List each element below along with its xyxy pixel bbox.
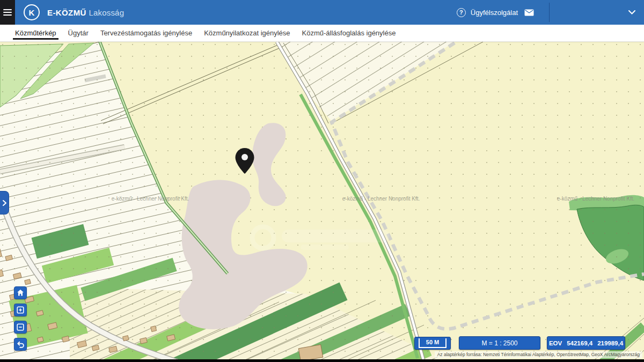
chevron-down-icon[interactable] bbox=[628, 10, 635, 14]
app-title: E-KÖZMŰ Lakosság bbox=[47, 8, 124, 17]
scale-bar-label: 50 M bbox=[419, 338, 447, 348]
tab-tervezestamogatas[interactable]: Tervezéstámogatás igénylése bbox=[94, 25, 198, 41]
zoom-in-icon bbox=[17, 306, 24, 314]
coord-northing: 219989,4 bbox=[597, 340, 623, 346]
zoom-out-button[interactable] bbox=[14, 321, 27, 334]
hamburger-menu-button[interactable] bbox=[0, 0, 15, 25]
header-right-cluster: ? Ügyfélszolgálat bbox=[457, 0, 644, 25]
map-attribution: Az alaptérkép forrása: Nemzeti Térinform… bbox=[435, 351, 642, 358]
map-watermark: e-közmű - Lechner Nonprofit Kft. bbox=[342, 196, 420, 202]
zoom-in-button[interactable] bbox=[14, 304, 27, 316]
help-icon[interactable]: ? bbox=[457, 8, 466, 17]
app-logo-letter: K bbox=[29, 8, 35, 17]
app-logo: K bbox=[24, 4, 40, 20]
ekozmu-app: K E-KÖZMŰ Lakosság ? Ügyfélszolgálat bbox=[0, 0, 644, 362]
undo-extent-button[interactable] bbox=[14, 338, 27, 351]
tab-kozmu-allasfoglalas[interactable]: Közmű-állásfoglalás igénylése bbox=[296, 25, 402, 41]
map-canvas[interactable]: e-közmű - Lechner Nonprofit Kft. e-közmű… bbox=[0, 42, 644, 362]
support-link[interactable]: Ügyfélszolgálat bbox=[471, 9, 518, 17]
brand-suffix: Lakosság bbox=[89, 8, 124, 17]
tab-ugytar[interactable]: Ügytár bbox=[62, 25, 94, 41]
map-watermark: e-közmű - Lechner Nonprofit Kft. bbox=[557, 196, 635, 202]
header-divider bbox=[549, 3, 550, 22]
map-scale-ratio[interactable]: M = 1 : 2500 bbox=[459, 336, 540, 350]
top-bar: K E-KÖZMŰ Lakosság ? Ügyfélszolgálat bbox=[0, 0, 644, 25]
tab-kozmuterkep[interactable]: Közműtérkép bbox=[9, 25, 62, 41]
map-viewport: e-közmű - Lechner Nonprofit Kft. e-közmű… bbox=[0, 42, 644, 362]
main-nav-tabs: Közműtérkép Ügytár Tervezéstámogatás igé… bbox=[0, 25, 644, 42]
hamburger-icon bbox=[3, 8, 12, 17]
bottom-letterbox-bar bbox=[0, 359, 644, 362]
sidebar-expand-button[interactable] bbox=[0, 191, 9, 215]
coordinate-readout[interactable]: EOV 542169,4 219989,4 bbox=[547, 336, 625, 350]
map-controls bbox=[14, 286, 27, 355]
home-button[interactable] bbox=[14, 286, 27, 299]
brand-name: E-KÖZMŰ bbox=[47, 8, 86, 17]
mail-icon[interactable] bbox=[524, 9, 534, 16]
undo-icon bbox=[17, 341, 25, 348]
home-icon bbox=[17, 289, 24, 297]
tab-kozmunyilatkozat[interactable]: Közműnyilatkozat igénylése bbox=[198, 25, 296, 41]
coord-system-label: EOV bbox=[549, 340, 562, 346]
coord-easting: 542169,4 bbox=[567, 340, 592, 346]
zoom-out-icon bbox=[17, 323, 24, 331]
scale-bar: 50 M bbox=[414, 337, 451, 350]
map-watermark: e-közmű - Lechner Nonprofit Kft. bbox=[112, 196, 189, 202]
